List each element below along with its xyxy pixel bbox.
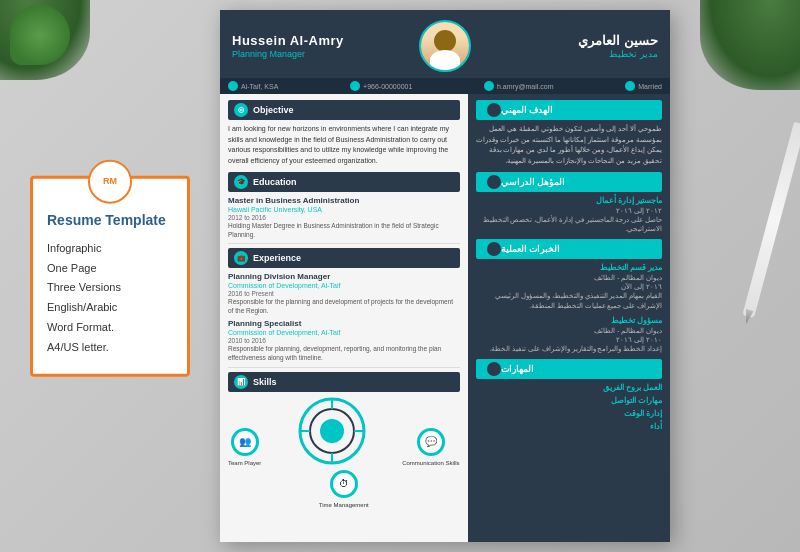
name-english: Hussein Al-Amry: [232, 33, 409, 48]
logo: RM: [88, 160, 132, 204]
photo-placeholder: [421, 22, 469, 70]
objective-icon: ◎: [234, 103, 248, 117]
job1-date-ar: ٢٠١٦ إلى الآن: [476, 282, 663, 291]
card-title: Resume Template: [47, 212, 173, 229]
skills-icon-ar: [487, 362, 501, 376]
header-left: Hussein Al-Amry Planning Manager: [232, 33, 409, 59]
skill2-ar: مهارات التواصل: [476, 396, 663, 405]
skills-ar-list: العمل بروح الفريق مهارات التواصل إدارة ا…: [476, 383, 663, 432]
education-ar-content: ماجستير إدارة أعمال ٢٠١٢ إلى ٢٠١٦ حاصل ع…: [476, 196, 663, 233]
skill-label-3: Time Management: [319, 502, 369, 508]
skill-label-2: Communication Skills: [402, 460, 459, 466]
skills-icon: 📊: [234, 375, 248, 389]
divider2: [228, 367, 460, 368]
feature-item: One Page: [47, 258, 173, 278]
job1-company: Commission of Development, Al-Taif: [228, 282, 460, 289]
left-column: ◎ Objective I am looking for new horizon…: [220, 94, 468, 542]
job1-desc-ar: القيام بمهام المدير التنفيذي والتخطيط، و…: [476, 291, 663, 309]
job1-title: Planning Division Manager: [228, 272, 460, 281]
experience-header: 💼 Experience: [228, 248, 460, 268]
education-date: 2012 to 2016: [228, 214, 460, 221]
job1-ar: مدير قسم التخطيط ديوان المظالم - الطائف …: [476, 263, 663, 309]
resume-header: Hussein Al-Amry Planning Manager حسين ال…: [220, 10, 670, 78]
skill-ring-3: ⏱: [330, 470, 358, 498]
skill-time: ⏱ Time Management: [228, 470, 460, 508]
university-name: Hawaii Pacific University, USA: [228, 206, 460, 213]
name-arabic: حسين العامري: [481, 33, 658, 48]
time-icon: ⏱: [339, 478, 349, 489]
job2-company-ar: ديوان المظالم - الطائف: [476, 326, 663, 335]
job2-title: Planning Specialist: [228, 319, 460, 328]
job1-title-ar: مدير قسم التخطيط: [476, 263, 663, 272]
skills-header-ar: المهارات: [476, 359, 663, 379]
team-icon: 👥: [239, 436, 251, 447]
education-icon-ar: [487, 175, 501, 189]
education-header: 🎓 Education: [228, 172, 460, 192]
resume-document: Hussein Al-Amry Planning Manager حسين ال…: [220, 10, 670, 542]
divider: [228, 243, 460, 244]
info-card: RM Resume Template Infographic One Page …: [30, 176, 190, 377]
right-column: الهدف المهني طموحي ألا أحد إلى وأسعى لتك…: [468, 94, 671, 542]
marital-icon: [625, 81, 635, 91]
contact-marital: Married: [625, 81, 662, 91]
skills-header: 📊 Skills: [228, 372, 460, 392]
job2-ar: مسؤول تخطيط ديوان المظالم - الطائف ٢٠١٠ …: [476, 316, 663, 353]
feature-list: Infographic One Page Three Versions Engl…: [47, 239, 173, 358]
contact-location: Al-Taif, KSA: [228, 81, 278, 91]
skill4-ar: أداء: [476, 422, 663, 431]
objective-icon-ar: [487, 103, 501, 117]
skill-ring-2: 💬: [417, 428, 445, 456]
education-header-ar: المؤهل الدراسي: [476, 172, 663, 192]
job1-date: 2016 to Present: [228, 290, 460, 297]
edu-desc-ar: حاصل على درجة الماجستير في إدارة الأعمال…: [476, 215, 663, 233]
skills-label-ar: المهارات: [501, 364, 534, 374]
comm-icon: 💬: [425, 436, 437, 447]
title-arabic: مدير تخطيط: [481, 49, 658, 59]
degree-ar: ماجستير إدارة أعمال: [476, 196, 663, 205]
job2-title-ar: مسؤول تخطيط: [476, 316, 663, 325]
education-desc: Holding Master Degree in Business Admini…: [228, 221, 460, 239]
job2-desc: Responsible for planning, development, r…: [228, 344, 460, 362]
job2-desc-ar: إعداد الخطط والبرامج والتقارير والإشراف …: [476, 344, 663, 353]
skill3-ar: إدارة الوقت: [476, 409, 663, 418]
edu-date-ar: ٢٠١٢ إلى ٢٠١٦: [476, 206, 663, 215]
skill-label-1: Team Player: [228, 460, 261, 466]
job2-company: Commission of Development, Al-Taif: [228, 329, 460, 336]
experience-label-ar: الخبرات العملية: [501, 244, 561, 254]
feature-item: English/Arabic: [47, 298, 173, 318]
job1-company-ar: ديوان المظالم - الطائف: [476, 273, 663, 282]
education-icon: 🎓: [234, 175, 248, 189]
job2-date-ar: ٢٠١٠ إلى ٢٠١٦: [476, 335, 663, 344]
objective-header: ◎ Objective: [228, 100, 460, 120]
job1-desc: Responsible for the planning and develop…: [228, 297, 460, 315]
objective-text-ar: طموحي ألا أحد إلى وأسعى لتكون خطوتي المق…: [476, 124, 663, 166]
objective-text: I am looking for new horizons in environ…: [228, 124, 460, 166]
skills-label: Skills: [253, 377, 277, 387]
feature-item: Infographic: [47, 239, 173, 259]
feature-item: A4/US letter.: [47, 337, 173, 357]
skill1-ar: العمل بروح الفريق: [476, 383, 663, 392]
objective-label-ar: الهدف المهني: [501, 105, 554, 115]
experience-label: Experience: [253, 253, 301, 263]
resume-body: ◎ Objective I am looking for new horizon…: [220, 94, 670, 542]
feature-item: Three Versions: [47, 278, 173, 298]
objective-label: Objective: [253, 105, 294, 115]
contact-email: h.amry@mail.com: [484, 81, 554, 91]
education-label-ar: المؤهل الدراسي: [501, 177, 566, 187]
phone-icon: [350, 81, 360, 91]
feature-item: Word Format.: [47, 318, 173, 338]
contact-phone: +966-00000001: [350, 81, 412, 91]
skill-communication: 💬 Communication Skills: [402, 428, 459, 466]
skill-team-player: 👥 Team Player: [228, 428, 261, 466]
skill-ring-1: 👥: [231, 428, 259, 456]
skills-wheel-svg: [297, 396, 367, 466]
header-right: حسين العامري مدير تخطيط: [481, 33, 658, 59]
skills-area: 👥 Team Player: [228, 396, 460, 466]
profile-photo: [419, 20, 471, 72]
location-icon: [228, 81, 238, 91]
objective-header-ar: الهدف المهني: [476, 100, 663, 120]
svg-point-2: [320, 419, 344, 443]
title-english: Planning Manager: [232, 49, 409, 59]
experience-icon: 💼: [234, 251, 248, 265]
experience-header-ar: الخبرات العملية: [476, 239, 663, 259]
